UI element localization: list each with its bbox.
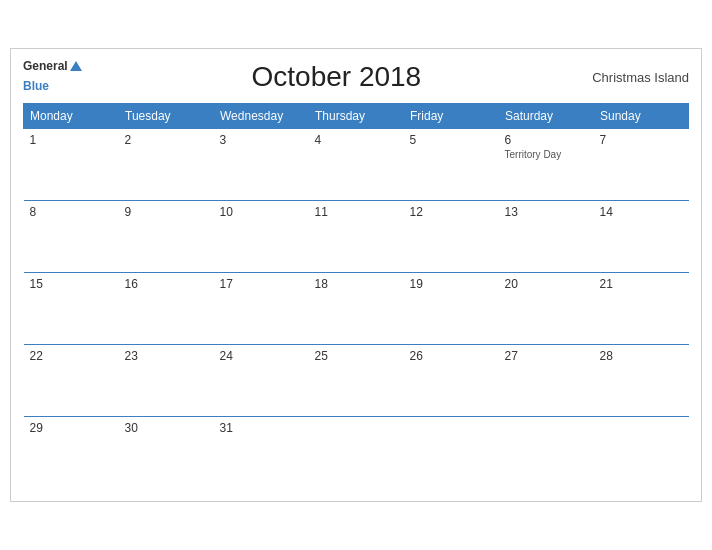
day-number: 3 xyxy=(220,133,303,147)
calendar-cell: 1 xyxy=(24,129,119,201)
weekday-header-sunday: Sunday xyxy=(594,104,689,129)
day-number: 25 xyxy=(315,349,398,363)
weekday-header-friday: Friday xyxy=(404,104,499,129)
calendar-cell: 19 xyxy=(404,273,499,345)
day-number: 1 xyxy=(30,133,113,147)
calendar-cell: 30 xyxy=(119,417,214,489)
day-number: 31 xyxy=(220,421,303,435)
week-row-1: 123456Territory Day7 xyxy=(24,129,689,201)
day-number: 10 xyxy=(220,205,303,219)
calendar-container: General Blue October 2018 Christmas Isla… xyxy=(10,48,702,502)
day-number: 19 xyxy=(410,277,493,291)
logo: General Blue xyxy=(23,59,84,95)
logo-blue-text: Blue xyxy=(23,79,49,93)
day-number: 27 xyxy=(505,349,588,363)
calendar-cell: 21 xyxy=(594,273,689,345)
calendar-cell: 27 xyxy=(499,345,594,417)
calendar-cell: 13 xyxy=(499,201,594,273)
calendar-cell: 20 xyxy=(499,273,594,345)
week-row-4: 22232425262728 xyxy=(24,345,689,417)
calendar-cell: 25 xyxy=(309,345,404,417)
calendar-cell: 10 xyxy=(214,201,309,273)
day-number: 18 xyxy=(315,277,398,291)
day-number: 5 xyxy=(410,133,493,147)
day-number: 7 xyxy=(600,133,683,147)
day-number: 28 xyxy=(600,349,683,363)
calendar-cell: 11 xyxy=(309,201,404,273)
calendar-cell: 8 xyxy=(24,201,119,273)
day-number: 9 xyxy=(125,205,208,219)
event-label: Territory Day xyxy=(505,149,588,160)
weekday-header-row: MondayTuesdayWednesdayThursdayFridaySatu… xyxy=(24,104,689,129)
day-number: 26 xyxy=(410,349,493,363)
day-number: 11 xyxy=(315,205,398,219)
logo-triangle-icon xyxy=(70,61,82,71)
week-row-5: 293031 xyxy=(24,417,689,489)
calendar-cell xyxy=(404,417,499,489)
weekday-header-saturday: Saturday xyxy=(499,104,594,129)
logo-general-text: General xyxy=(23,59,68,75)
day-number: 13 xyxy=(505,205,588,219)
calendar-cell: 24 xyxy=(214,345,309,417)
calendar-cell xyxy=(309,417,404,489)
calendar-cell: 16 xyxy=(119,273,214,345)
calendar-cell: 12 xyxy=(404,201,499,273)
calendar-cell: 6Territory Day xyxy=(499,129,594,201)
calendar-cell: 7 xyxy=(594,129,689,201)
calendar-cell: 15 xyxy=(24,273,119,345)
calendar-cell: 17 xyxy=(214,273,309,345)
day-number: 29 xyxy=(30,421,113,435)
day-number: 17 xyxy=(220,277,303,291)
day-number: 12 xyxy=(410,205,493,219)
calendar-cell: 5 xyxy=(404,129,499,201)
weekday-header-wednesday: Wednesday xyxy=(214,104,309,129)
weekday-header-monday: Monday xyxy=(24,104,119,129)
day-number: 21 xyxy=(600,277,683,291)
day-number: 4 xyxy=(315,133,398,147)
day-number: 6 xyxy=(505,133,588,147)
calendar-location: Christmas Island xyxy=(589,70,689,85)
day-number: 14 xyxy=(600,205,683,219)
day-number: 20 xyxy=(505,277,588,291)
calendar-cell: 4 xyxy=(309,129,404,201)
weekday-header-thursday: Thursday xyxy=(309,104,404,129)
day-number: 24 xyxy=(220,349,303,363)
calendar-cell: 31 xyxy=(214,417,309,489)
calendar-cell: 3 xyxy=(214,129,309,201)
calendar-cell: 28 xyxy=(594,345,689,417)
calendar-grid: MondayTuesdayWednesdayThursdayFridaySatu… xyxy=(23,103,689,489)
day-number: 16 xyxy=(125,277,208,291)
day-number: 2 xyxy=(125,133,208,147)
week-row-2: 891011121314 xyxy=(24,201,689,273)
day-number: 8 xyxy=(30,205,113,219)
calendar-cell xyxy=(499,417,594,489)
calendar-cell: 23 xyxy=(119,345,214,417)
day-number: 15 xyxy=(30,277,113,291)
day-number: 22 xyxy=(30,349,113,363)
calendar-title: October 2018 xyxy=(84,61,589,93)
weekday-header-tuesday: Tuesday xyxy=(119,104,214,129)
calendar-cell: 18 xyxy=(309,273,404,345)
calendar-cell xyxy=(594,417,689,489)
calendar-cell: 26 xyxy=(404,345,499,417)
day-number: 30 xyxy=(125,421,208,435)
calendar-cell: 22 xyxy=(24,345,119,417)
calendar-cell: 2 xyxy=(119,129,214,201)
day-number: 23 xyxy=(125,349,208,363)
calendar-cell: 14 xyxy=(594,201,689,273)
calendar-header: General Blue October 2018 Christmas Isla… xyxy=(23,59,689,95)
calendar-cell: 9 xyxy=(119,201,214,273)
calendar-cell: 29 xyxy=(24,417,119,489)
week-row-3: 15161718192021 xyxy=(24,273,689,345)
